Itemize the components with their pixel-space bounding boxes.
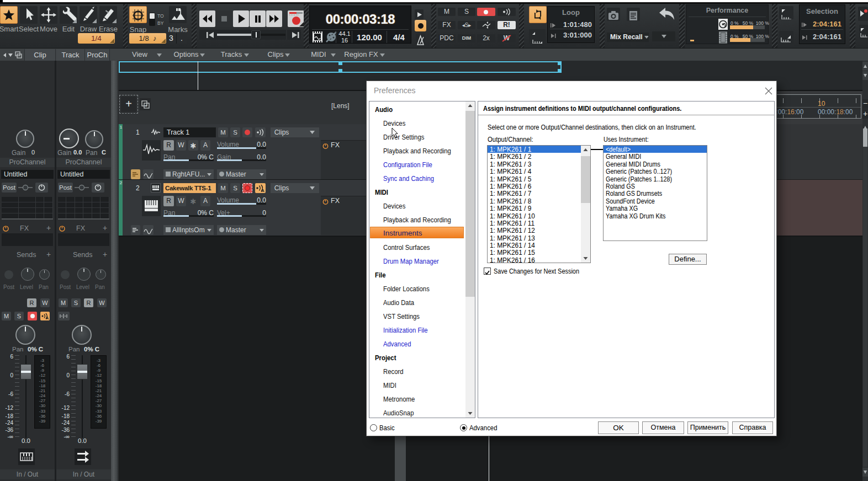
svg-text:+: + — [145, 103, 147, 109]
svg-text:A: A — [261, 188, 264, 193]
svg-text:A: A — [46, 316, 49, 320]
